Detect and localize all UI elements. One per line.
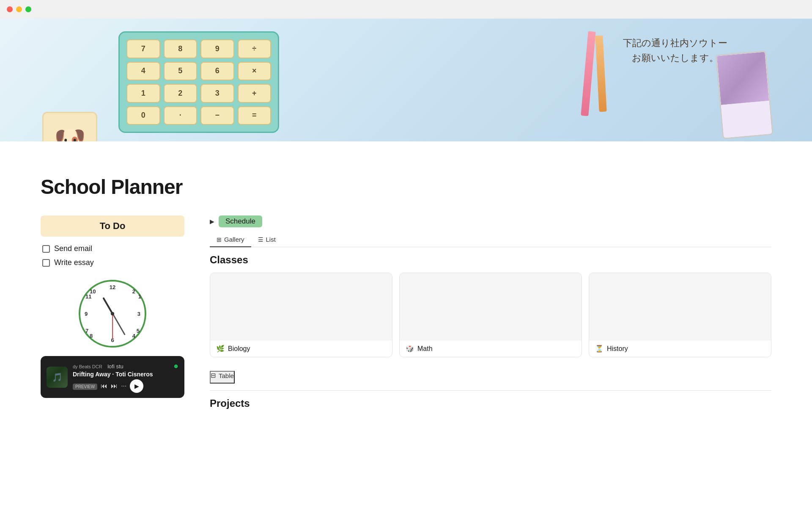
clock: 12 3 6 9 2 10 4 8 1 11 5 7	[79, 280, 146, 348]
card-label-math: 🎲 Math	[400, 340, 582, 357]
checkbox-send-email[interactable]	[42, 245, 50, 253]
list-view-button[interactable]: ☰ List	[251, 232, 283, 247]
calculator-illustration: 7 8 9 ÷ 4 5 6 × 1 2 3 + 0 · − =	[85, 27, 296, 137]
calc-key: ·	[164, 106, 198, 125]
checkbox-write-essay[interactable]	[42, 259, 50, 267]
table-tab-row: ⊟ Table	[210, 371, 771, 391]
maximize-button[interactable]	[25, 6, 31, 12]
music-player: 🎵 dy Beats DCR lofi stu ● Drifting Away …	[41, 356, 184, 398]
clock-hour-hand	[102, 297, 113, 314]
hero-text: 下記の通り社内ソウトー お願いいたします。	[623, 36, 727, 65]
calc-key: −	[200, 106, 234, 125]
table-tab-button[interactable]: ⊟ Table	[210, 371, 235, 384]
todo-section: To Do Send email Write essay	[41, 215, 184, 270]
pencil-decoration-2	[595, 36, 606, 112]
preview-badge: PREVIEW	[73, 384, 97, 390]
classes-section-title: Classes	[210, 254, 771, 266]
avatar: 🐶	[42, 112, 97, 141]
clock-second-hand	[112, 314, 113, 339]
pencil-decoration	[581, 31, 595, 116]
minimize-button[interactable]	[16, 6, 22, 12]
todo-item-label: Write essay	[54, 258, 94, 267]
card-image-biology	[210, 273, 392, 340]
music-title: Drifting Away · Toti Cisneros	[73, 371, 178, 378]
calc-key: ÷	[238, 39, 272, 58]
class-card-math[interactable]: 🎲 Math	[399, 273, 582, 357]
clock-number-11: 11	[85, 293, 91, 300]
calc-key: ×	[238, 62, 272, 81]
biology-icon: 🌿	[216, 345, 225, 353]
calc-key: 3	[200, 84, 234, 103]
math-icon: 🎲	[406, 345, 414, 353]
list-item: Send email	[41, 242, 184, 256]
clock-number-9: 9	[85, 311, 88, 317]
list-item: Write essay	[41, 256, 184, 270]
music-app-name: dy Beats DCR	[73, 364, 102, 369]
clock-number-2: 2	[132, 288, 135, 295]
calc-key: +	[238, 84, 272, 103]
triangle-icon: ▶	[210, 218, 214, 225]
music-controls[interactable]: ⏮ ⏭ ···	[101, 382, 126, 390]
clock-minute-hand	[112, 313, 126, 335]
left-column: To Do Send email Write essay 12 3 6 9	[41, 215, 184, 398]
calc-key: 8	[164, 39, 198, 58]
gallery-view-button[interactable]: ⊞ Gallery	[210, 232, 251, 247]
card-image-history	[589, 273, 771, 340]
clock-number-1: 1	[138, 293, 141, 300]
music-info: dy Beats DCR lofi stu ● Drifting Away · …	[73, 361, 178, 393]
hero-banner: 7 8 9 ÷ 4 5 6 × 1 2 3 + 0 · − = 下記の通り社内ソ…	[0, 19, 812, 141]
clock-center	[111, 312, 114, 315]
clock-number-3: 3	[137, 311, 140, 317]
card-image-math	[400, 273, 582, 340]
clock-number-4: 4	[132, 333, 135, 339]
content-columns: To Do Send email Write essay 12 3 6 9	[41, 215, 771, 409]
class-card-history[interactable]: ⏳ History	[589, 273, 771, 357]
clock-number-8: 8	[90, 333, 93, 339]
calc-key: =	[238, 106, 272, 125]
album-art: 🎵	[47, 367, 68, 388]
list-icon: ☰	[258, 236, 263, 243]
clock-face: 12 3 6 9 2 10 4 8 1 11 5 7	[79, 280, 146, 348]
schedule-badge[interactable]: Schedule	[219, 215, 262, 227]
close-button[interactable]	[7, 6, 13, 12]
calc-key: 4	[126, 62, 160, 81]
class-card-biology[interactable]: 🌿 Biology	[210, 273, 392, 357]
calc-key: 5	[164, 62, 198, 81]
clock-number-7: 7	[85, 328, 88, 334]
calc-key: 6	[200, 62, 234, 81]
history-icon: ⏳	[595, 345, 604, 353]
calc-key: 1	[126, 84, 160, 103]
gallery-icon: ⊞	[217, 236, 222, 243]
card-label-biology: 🌿 Biology	[210, 340, 392, 357]
todo-item-label: Send email	[54, 244, 92, 253]
calc-key: 7	[126, 39, 160, 58]
projects-section-title: Projects	[210, 398, 771, 409]
todo-header: To Do	[41, 215, 184, 237]
calc-key: 0	[126, 106, 160, 125]
main-content: School Planner To Do Send email Write es…	[0, 141, 812, 426]
play-button[interactable]: ▶	[130, 379, 143, 393]
clock-number-12: 12	[110, 284, 115, 290]
prev-button[interactable]: ⏮	[101, 382, 107, 390]
more-button[interactable]: ···	[121, 382, 126, 390]
view-toggle: ⊞ Gallery ☰ List	[210, 232, 771, 247]
title-bar	[0, 0, 812, 19]
calc-key: 9	[200, 39, 234, 58]
spotify-icon: ●	[173, 361, 178, 371]
calc-key: 2	[164, 84, 198, 103]
clock-number-5: 5	[137, 328, 140, 334]
classes-grid: 🌿 Biology 🎲 Math ⏳	[210, 273, 771, 357]
card-label-history: ⏳ History	[589, 340, 771, 357]
right-column: ▶ Schedule ⊞ Gallery ☰ List Classes	[210, 215, 771, 409]
music-playlist: lofi stu	[107, 363, 123, 370]
page-title: School Planner	[41, 175, 771, 199]
schedule-header: ▶ Schedule	[210, 215, 771, 227]
table-icon: ⊟	[211, 372, 216, 379]
skip-button[interactable]: ⏭	[111, 382, 118, 390]
